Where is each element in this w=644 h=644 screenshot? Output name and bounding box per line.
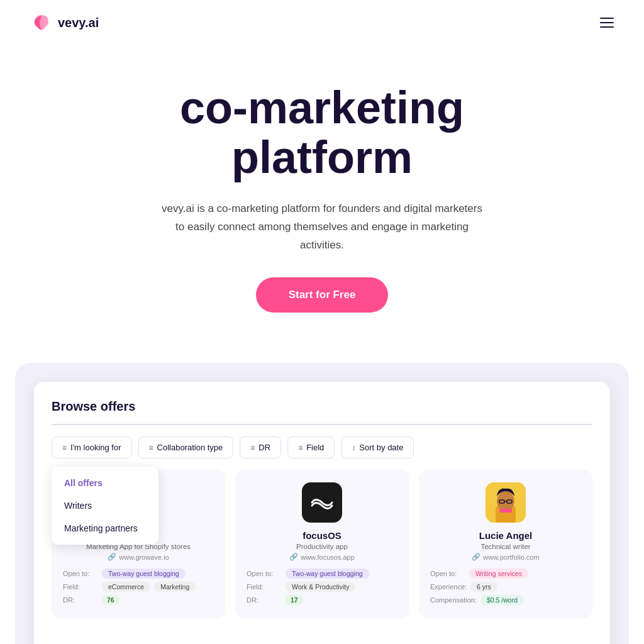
experience-label: Experience: (430, 583, 467, 591)
dropdown-menu: All offers Writers Marketing partners (52, 467, 158, 545)
hero-subtitle: vevy.ai is a co-marketing platform for f… (158, 200, 486, 255)
logo-area[interactable]: vevy.ai (30, 11, 99, 34)
focusos-logo (302, 482, 342, 523)
filter-icon-dr: ≡ (250, 443, 255, 452)
filter-icon-collab: ≡ (149, 443, 153, 452)
filter-label-collab: Collaboration type (157, 443, 223, 452)
focusos-field-row: Field: Work & Productivity (247, 582, 397, 592)
focusos-name: focusOS (247, 530, 397, 541)
filter-label-sort: Sort by date (359, 443, 403, 452)
link-icon: 🔗 (289, 553, 298, 561)
filter-sort-date[interactable]: ↕ Sort by date (341, 436, 414, 458)
lucie-logo (486, 482, 526, 523)
open-to-label: Open to: (430, 570, 465, 577)
filter-icon-looking: ≡ (62, 443, 67, 452)
link-icon: 🔗 (472, 553, 480, 561)
link-icon: 🔗 (108, 553, 116, 561)
focusos-link: 🔗 www.focusos.app (247, 553, 397, 561)
svg-rect-6 (499, 509, 512, 513)
dr-label: DR: (247, 596, 282, 604)
filter-label-dr: DR (258, 443, 270, 452)
hero-title-line2: platform (231, 132, 413, 182)
field-label: Field: (247, 583, 282, 591)
filter-field[interactable]: ≡ Field (287, 436, 335, 458)
open-to-tag: Two-way guest blogging (286, 569, 369, 579)
growave-open-to-row: Open to: Two-way guest blogging (63, 569, 214, 579)
field-label: Field: (63, 583, 98, 591)
lucie-experience-row: Experience: 6 yrs (430, 582, 581, 592)
field-tag-1: eCommerce (102, 582, 150, 592)
dropdown-item-writers[interactable]: Writers (52, 494, 158, 517)
dr-badge: 76 (102, 595, 119, 605)
open-to-label: Open to: (63, 570, 98, 577)
experience-value: 6 yrs (470, 582, 497, 592)
growave-dr-row: DR: 76 (63, 595, 214, 605)
preview-wrapper: Browse offers ≡ I'm looking for ≡ Collab… (0, 363, 644, 644)
focusos-dr-row: DR: 17 (247, 595, 397, 605)
focusos-open-to-row: Open to: Two-way guest blogging (247, 569, 397, 579)
growave-meta: Open to: Two-way guest blogging Field: e… (63, 569, 214, 605)
dropdown-item-marketing-partners[interactable]: Marketing partners (52, 517, 158, 540)
lucie-link: 🔗 www.portfolio.com (430, 553, 581, 561)
lucie-open-to-row: Open to: Writing services (430, 569, 581, 579)
filter-collab-type[interactable]: ≡ Collaboration type (138, 436, 234, 458)
growave-link: 🔗 www.growave.io (63, 553, 214, 561)
lucie-meta: Open to: Writing services Experience: 6 … (430, 569, 581, 605)
compensation-value: $0.5 /word (480, 595, 524, 605)
logo-text: vevy.ai (58, 16, 99, 30)
field-tag: Work & Productivity (286, 582, 355, 592)
lucie-compensation-row: Compensation: $0.5 /word (430, 595, 581, 605)
filter-looking-for[interactable]: ≡ I'm looking for (52, 436, 132, 458)
menu-button[interactable] (600, 18, 614, 28)
open-to-tag: Two-way guest blogging (102, 569, 186, 579)
navbar: vevy.ai (0, 0, 644, 45)
hero-title-line1: co-marketing (180, 82, 464, 133)
offer-card-lucie: Lucie Angel Technical writer 🔗 www.portf… (419, 470, 592, 618)
filter-label-looking: I'm looking for (70, 443, 121, 452)
lucie-desc: Technical writer (430, 543, 581, 550)
logo-icon (30, 11, 53, 34)
preview-container: Browse offers ≡ I'm looking for ≡ Collab… (15, 363, 629, 644)
filter-icon-field: ≡ (298, 443, 303, 452)
dashboard-card: Browse offers ≡ I'm looking for ≡ Collab… (34, 382, 610, 644)
filter-icon-sort: ↕ (352, 443, 355, 452)
dr-badge: 17 (286, 595, 303, 605)
lucie-name: Lucie Angel (430, 530, 581, 541)
hero-section: co-marketing platform vevy.ai is a co-ma… (83, 45, 561, 338)
offer-card-focusos: focusOS Productivity app 🔗 www.focusos.a… (235, 470, 409, 618)
open-to-label: Open to: (247, 570, 282, 577)
browse-title: Browse offers (52, 399, 592, 425)
hero-title: co-marketing platform (113, 83, 531, 182)
cta-start-button[interactable]: Start for Free (256, 277, 389, 313)
growave-field-row: Field: eCommerce Marketing (63, 582, 214, 592)
field-tag-2: Marketing (154, 582, 196, 592)
browse-header: Browse offers (52, 399, 592, 425)
dr-label: DR: (63, 596, 98, 604)
open-to-tag: Writing services (469, 569, 528, 579)
filter-dr[interactable]: ≡ DR (240, 436, 281, 458)
dropdown-item-all[interactable]: All offers (52, 472, 158, 494)
compensation-label: Compensation: (430, 596, 477, 604)
focusos-meta: Open to: Two-way guest blogging Field: W… (247, 569, 397, 605)
filter-label-field: Field (306, 443, 324, 452)
filter-bar: ≡ I'm looking for ≡ Collaboration type ≡… (52, 436, 592, 458)
focusos-desc: Productivity app (247, 543, 397, 550)
